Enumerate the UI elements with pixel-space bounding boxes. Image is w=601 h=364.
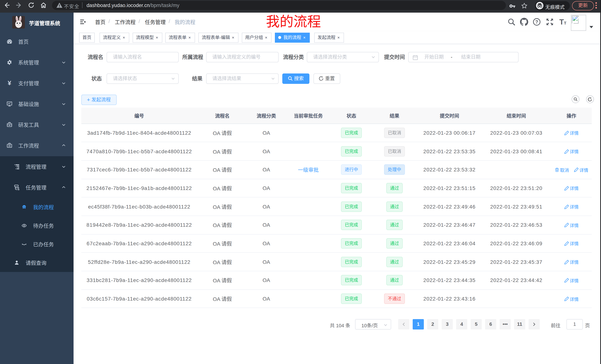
svg-text:T: T [559,18,564,26]
svg-text:T: T [564,21,566,25]
svg-text:?: ? [535,19,538,25]
